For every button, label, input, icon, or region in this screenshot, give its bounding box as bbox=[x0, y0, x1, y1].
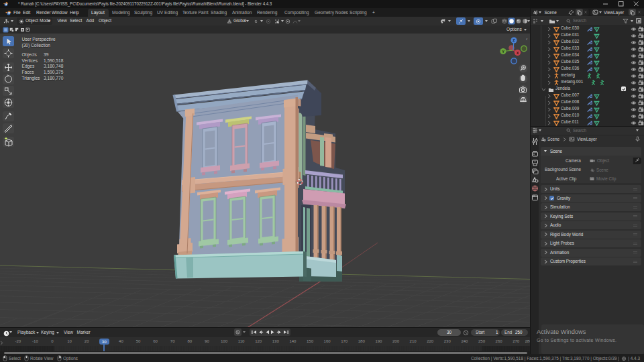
svg-text:Y: Y bbox=[502, 50, 504, 54]
svg-text:X: X bbox=[517, 51, 519, 55]
